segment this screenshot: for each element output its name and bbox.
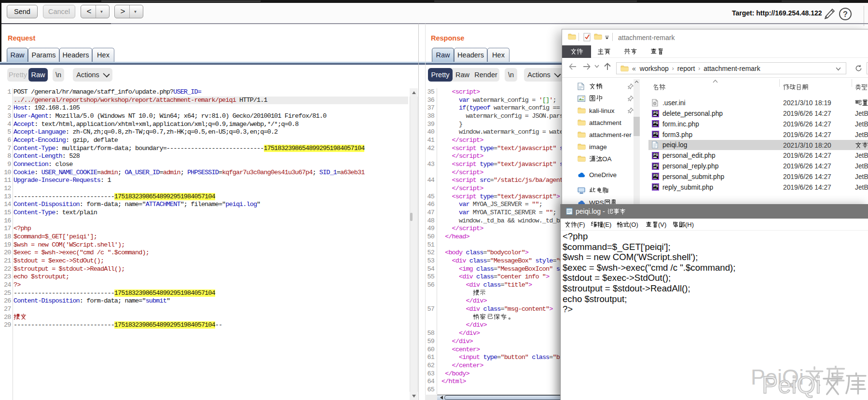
svg-text:?: ? xyxy=(843,10,848,18)
